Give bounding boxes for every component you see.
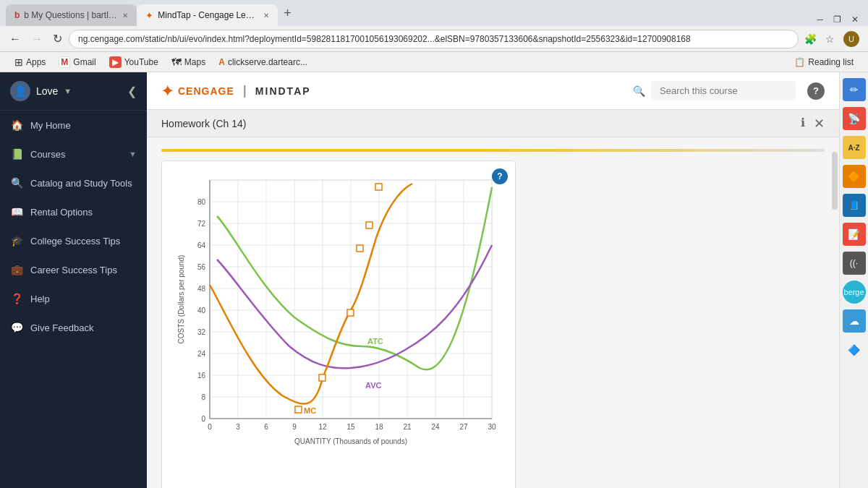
sidebar-item-rental[interactable]: 📖 Rental Options [0,197,147,226]
svg-text:24: 24 [431,423,440,431]
bookmark-apps-label: Apps [26,57,46,67]
sidebar-item-my-home[interactable]: 🏠 My Home [0,111,147,140]
svg-rect-50 [347,309,354,316]
right-panel-blue-icon[interactable]: 📘 [843,194,866,217]
reading-list-button[interactable]: 📋 Reading list [788,56,859,69]
maps-icon: 🗺 [171,56,182,68]
bookmark-maps-label: Maps [184,57,205,67]
sidebar-item-help[interactable]: ❓ Help [0,284,147,313]
svg-text:QUANTITY (Thousands of pounds): QUANTITY (Thousands of pounds) [294,437,407,445]
sidebar-item-catalog[interactable]: 🔍 Catalog and Study Tools [0,168,147,197]
chart-svg: 0 8 16 24 32 40 48 56 64 72 80 0 3 6 9 [174,173,506,455]
svg-text:9: 9 [292,423,297,431]
tab-bar: b b My Questions | bartleby ✕ ✦ MindTap … [0,0,868,26]
chart-container: ? [147,137,839,488]
sidebar-item-feedback[interactable]: 💬 Give Feedback [0,313,147,342]
gmail-icon: M [59,56,70,68]
sidebar-user[interactable]: 👤 Love ▼ ❮ [0,72,147,111]
right-panel-cloud-icon[interactable]: ☁ [843,309,866,333]
homework-close-button[interactable]: ✕ [814,116,825,132]
right-panel-google-icon[interactable]: 🔷 [843,338,866,361]
career-icon: 💼 [10,263,23,276]
svg-text:ATC: ATC [367,337,383,346]
youtube-icon: ▶ [109,56,122,68]
restore-button[interactable]: ❐ [830,13,845,26]
help-button[interactable]: ? [807,82,825,100]
svg-text:64: 64 [197,241,206,249]
svg-text:18: 18 [375,423,383,431]
home-icon: 🏠 [10,119,23,132]
svg-text:72: 72 [197,220,206,228]
svg-text:8: 8 [201,393,205,401]
close-button[interactable]: ✕ [848,13,862,26]
rental-icon: 📖 [10,205,23,218]
sidebar-item-college-label: College Success Tips [30,236,137,247]
tab-mindtap[interactable]: ✦ MindTap - Cengage Learning ✕ [137,4,278,26]
app-container: 👤 Love ▼ ❮ 🏠 My Home 📗 Courses ▼ 🔍 Catal… [0,72,868,488]
sidebar-item-my-home-label: My Home [30,120,137,131]
sidebar-item-college-tips[interactable]: 🎓 College Success Tips [0,226,147,255]
sidebar-item-rental-label: Rental Options [30,207,137,218]
right-panel-rss-icon[interactable]: 📡 [843,107,866,130]
extensions-button[interactable]: 🧩 [801,32,820,46]
right-panel-wifi-icon[interactable]: ((· [843,252,866,275]
bookmark-youtube[interactable]: ▶ YouTube [103,55,164,69]
svg-rect-53 [375,184,382,190]
profile-button[interactable]: U [841,30,862,48]
svg-text:32: 32 [197,328,206,336]
address-bar[interactable] [69,30,799,48]
refresh-button[interactable]: ↻ [49,30,66,47]
user-avatar: 👤 [10,81,30,101]
right-panel-notes-icon[interactable]: 📝 [843,223,866,246]
right-panel-az-icon[interactable]: A·Z [843,136,866,159]
bookmark-gmail[interactable]: M Gmail [53,55,101,69]
svg-text:16: 16 [197,372,206,380]
sidebar-nav: 🏠 My Home 📗 Courses ▼ 🔍 Catalog and Stud… [0,111,147,488]
new-tab-button[interactable]: + [278,6,297,21]
progress-bar [161,149,825,152]
sidebar-item-courses[interactable]: 📗 Courses ▼ [0,140,147,168]
apps-icon: ⊞ [14,56,23,68]
bookmark-maps[interactable]: 🗺 Maps [166,55,211,69]
back-button[interactable]: ← [6,31,25,47]
svg-text:48: 48 [197,285,206,293]
scroll-thumb[interactable] [832,152,838,210]
reading-list-icon: 📋 [794,57,805,67]
tab-bartleby-close[interactable]: ✕ [122,12,128,20]
sidebar: 👤 Love ▼ ❮ 🏠 My Home 📗 Courses ▼ 🔍 Catal… [0,72,147,488]
svg-text:15: 15 [346,423,355,431]
svg-text:24: 24 [197,350,206,358]
tab-bartleby[interactable]: b b My Questions | bartleby ✕ [6,4,137,26]
catalog-icon: 🔍 [10,176,23,189]
bookmark-youtube-label: YouTube [124,57,158,67]
sidebar-item-career-tips[interactable]: 💼 Career Success Tips [0,255,147,284]
chart-card: ? [161,160,516,488]
toolbar-icons: 🧩 ☆ U [801,30,862,48]
minimize-button[interactable]: ─ [813,13,827,26]
favorites-button[interactable]: ☆ [822,32,838,46]
forward-button[interactable]: → [27,31,46,47]
homework-info-button[interactable]: ℹ [801,116,805,132]
svg-text:0: 0 [208,423,212,431]
bookmark-click[interactable]: A clickserve.dartearc... [213,56,313,69]
right-panel-globe-icon[interactable]: berge [843,281,866,304]
mindtap-header: ✦ CENGAGE | MINDTAP 🔍 ? [147,72,839,110]
svg-text:21: 21 [403,423,412,431]
tab-mindtap-label: MindTap - Cengage Learning [158,10,259,20]
sidebar-item-feedback-label: Give Feedback [30,322,137,333]
svg-text:40: 40 [197,307,206,314]
search-input[interactable] [651,81,796,100]
homework-actions: ℹ ✕ [801,116,825,132]
right-panel-orange-icon[interactable]: 🔶 [843,165,866,188]
svg-text:56: 56 [197,263,206,271]
college-icon: 🎓 [10,234,23,247]
svg-text:30: 30 [488,423,496,431]
chart-help-button[interactable]: ? [492,168,508,184]
svg-text:27: 27 [459,423,468,431]
sidebar-collapse-button[interactable]: ❮ [127,85,137,98]
right-panel-edit-icon[interactable]: ✏ [843,78,866,101]
svg-text:6: 6 [264,423,268,431]
tab-mindtap-close[interactable]: ✕ [263,12,269,20]
bookmark-apps[interactable]: ⊞ Apps [9,55,51,69]
bookmark-click-label: clickserve.dartearc... [228,57,307,67]
